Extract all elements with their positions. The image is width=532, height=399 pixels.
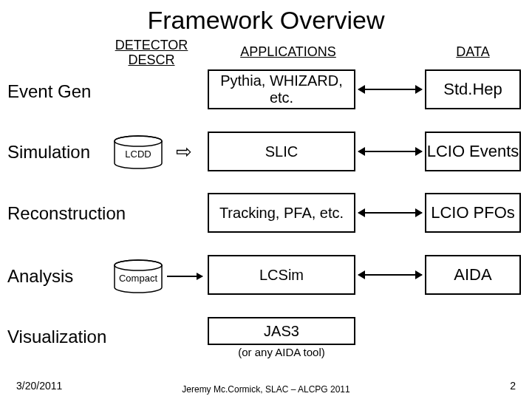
- conn-event-gen: [358, 89, 422, 90]
- data-stdhep: Std.Hep: [425, 69, 521, 109]
- app-reconstruction: Tracking, PFA, etc.: [208, 193, 355, 233]
- conn-analysis: [358, 274, 422, 276]
- page-title: Framework Overview: [0, 0, 532, 35]
- app-analysis: LCSim: [208, 255, 355, 295]
- header-applications: APPLICATIONS: [222, 44, 355, 60]
- header-data: DATA: [443, 44, 502, 60]
- data-aida: AIDA: [425, 255, 521, 295]
- cylinder-lcdd-label: LCDD: [113, 149, 163, 160]
- row-visualization: Visualization: [7, 327, 106, 347]
- data-lcio-pfos: LCIO PFOs: [425, 193, 521, 233]
- row-analysis: Analysis: [7, 266, 73, 287]
- app-event-gen: Pythia, WHIZARD, etc.: [208, 69, 355, 109]
- cylinder-lcdd: LCDD: [113, 135, 163, 169]
- row-simulation: Simulation: [7, 142, 90, 163]
- conn-simulation: [358, 151, 422, 152]
- row-reconstruction: Reconstruction: [7, 203, 126, 224]
- conn-reconstruction: [358, 212, 422, 214]
- cylinder-compact-label: Compact: [113, 273, 163, 284]
- app-visualization-sub: (or any AIDA tool): [208, 346, 355, 358]
- app-simulation: SLIC: [208, 132, 355, 171]
- footer-page: 2: [510, 380, 516, 392]
- app-visualization: JAS3: [208, 317, 355, 345]
- data-lcio-events: LCIO Events: [425, 132, 521, 171]
- cylinder-compact: Compact: [113, 259, 163, 293]
- header-detector: DETECTOR DESCR: [107, 38, 196, 68]
- row-event-gen: Event Gen: [7, 81, 91, 102]
- arrow-compact-to-lcsim: [167, 276, 202, 277]
- arrow-lcdd-to-slic: ⇨: [176, 140, 192, 163]
- footer-credit: Jeremy Mc.Cormick, SLAC – ALCPG 2011: [0, 384, 532, 395]
